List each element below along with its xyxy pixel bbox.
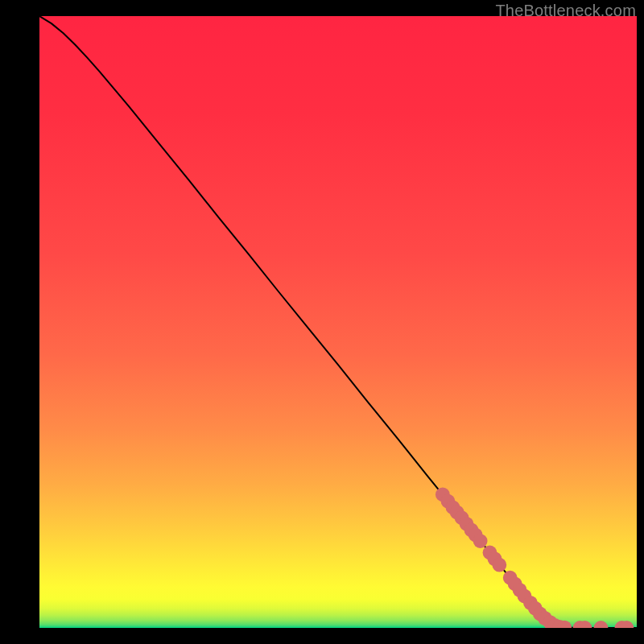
- chart-svg: [39, 16, 637, 628]
- data-marker: [492, 558, 506, 572]
- data-marker: [473, 534, 488, 548]
- chart-stage: TheBottleneck.com: [0, 0, 644, 644]
- plot-area: [39, 16, 637, 628]
